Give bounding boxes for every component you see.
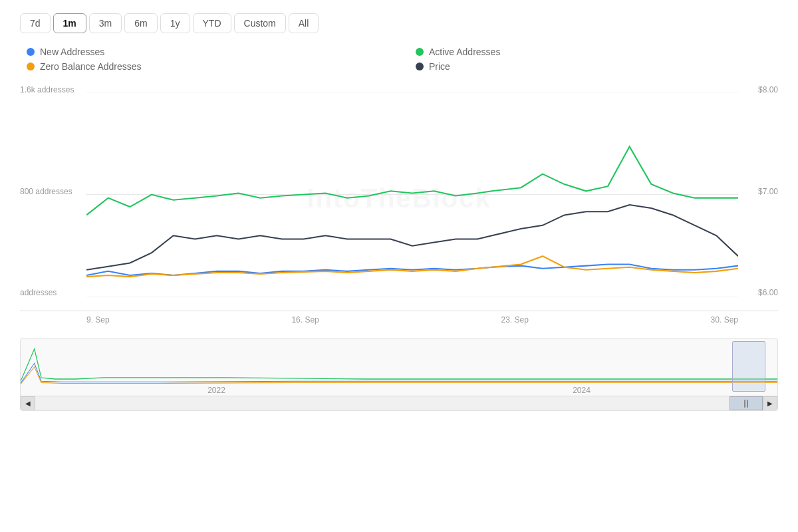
y-label-left-bot: addresses [20, 288, 74, 297]
btn-6m[interactable]: 6m [124, 13, 157, 33]
x-label-3: 23. Sep [501, 315, 529, 325]
navigator-svg [21, 342, 777, 388]
grip-line-1 [744, 400, 745, 408]
legend-active-addresses[interactable]: Active Addresses [416, 47, 778, 57]
legend-price[interactable]: Price [416, 61, 778, 72]
y-label-left-mid: 800 addresses [20, 187, 74, 196]
y-axis-left: 1.6k addresses 800 addresses addresses [20, 85, 74, 311]
y-label-right-mid: $7.00 [758, 187, 778, 196]
grip-line-2 [747, 400, 748, 408]
legend-new-addresses[interactable]: New Addresses [27, 47, 389, 57]
time-range-bar: 7d 1m 3m 6m 1y YTD Custom All [20, 13, 778, 33]
btn-7d[interactable]: 7d [20, 13, 51, 33]
btn-custom[interactable]: Custom [234, 13, 286, 33]
x-label-4: 30. Sep [711, 315, 738, 325]
y-axis-right: $8.00 $7.00 $6.00 [758, 85, 778, 311]
legend-label-active: Active Addresses [429, 47, 500, 57]
legend-label-price: Price [429, 61, 450, 72]
navigator-chart[interactable]: 2022 2024 ◀ ▶ [20, 338, 778, 411]
legend-dot-active [416, 48, 424, 56]
scroll-track [35, 396, 763, 410]
legend-zero-balance[interactable]: Zero Balance Addresses [27, 61, 389, 72]
scroll-left-button[interactable]: ◀ [21, 396, 35, 411]
main-chart-svg [86, 92, 738, 297]
btn-1m[interactable]: 1m [53, 13, 86, 33]
y-label-right-top: $8.00 [758, 85, 778, 94]
x-label-2: 16. Sep [291, 315, 319, 325]
nav-label-2022: 2022 [207, 386, 225, 395]
navigator-scrollbar[interactable]: ◀ ▶ [21, 396, 777, 410]
scroll-right-button[interactable]: ▶ [763, 396, 777, 411]
btn-3m[interactable]: 3m [89, 13, 122, 33]
x-axis-labels: 9. Sep 16. Sep 23. Sep 30. Sep [86, 315, 738, 325]
line-price [86, 205, 738, 270]
line-active [86, 146, 738, 215]
legend-dot-new [27, 48, 35, 56]
main-chart-area: 1.6k addresses 800 addresses addresses $… [20, 85, 778, 311]
line-new [86, 265, 738, 275]
btn-ytd[interactable]: YTD [193, 13, 231, 33]
btn-all[interactable]: All [289, 13, 319, 33]
y-label-left-top: 1.6k addresses [20, 85, 74, 94]
legend-label-zero: Zero Balance Addresses [40, 61, 142, 72]
y-label-right-bot: $6.00 [758, 288, 778, 297]
legend-label-new: New Addresses [40, 47, 104, 57]
main-chart-wrapper: 1.6k addresses 800 addresses addresses $… [20, 85, 778, 325]
chart-legend: New Addresses Active Addresses Zero Bala… [27, 47, 778, 72]
navigator-handle[interactable] [732, 341, 765, 392]
scroll-grip [744, 400, 748, 408]
scroll-thumb[interactable] [730, 396, 763, 410]
navigator-labels: 2022 2024 [21, 386, 777, 395]
btn-1y[interactable]: 1y [160, 13, 190, 33]
chart-svg-area [86, 92, 738, 297]
legend-dot-zero [27, 63, 35, 70]
x-label-1: 9. Sep [86, 315, 110, 325]
nav-label-2024: 2024 [573, 386, 591, 395]
legend-dot-price [416, 63, 424, 70]
